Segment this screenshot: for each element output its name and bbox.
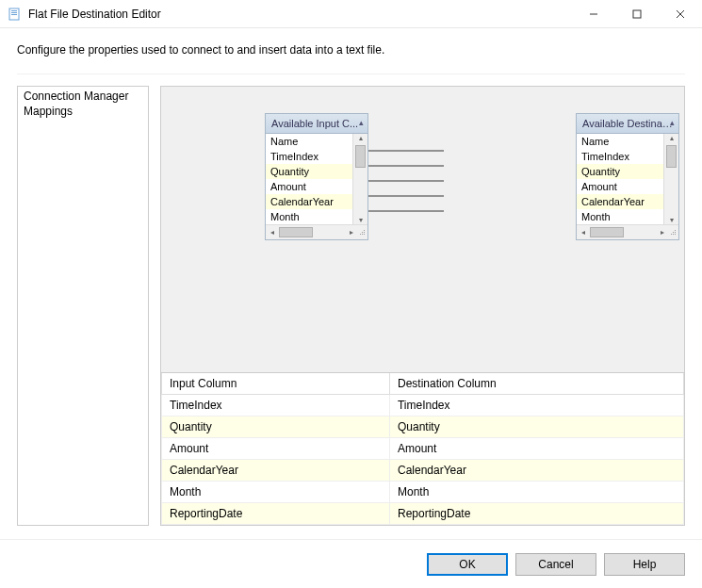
- mapping-table[interactable]: Input Column Destination Column TimeInde…: [161, 373, 684, 525]
- table-row[interactable]: TimeIndexTimeIndex: [162, 395, 684, 416]
- cell-destination-column[interactable]: ReportingDate: [389, 503, 683, 525]
- list-item[interactable]: CalendarYear: [266, 194, 352, 209]
- list-item[interactable]: Name: [266, 134, 352, 149]
- table-row[interactable]: ReportingDateReportingDate: [162, 503, 684, 525]
- svg-rect-20: [364, 232, 365, 233]
- cell-input-column[interactable]: Amount: [162, 438, 390, 460]
- cell-input-column[interactable]: Quantity: [162, 416, 390, 438]
- svg-rect-22: [362, 234, 363, 235]
- svg-rect-18: [364, 230, 365, 231]
- svg-rect-19: [362, 232, 363, 233]
- list-item[interactable]: Quantity: [266, 164, 352, 179]
- cell-destination-column[interactable]: CalendarYear: [389, 460, 683, 482]
- cell-input-column[interactable]: CalendarYear: [162, 460, 390, 482]
- cell-input-column[interactable]: Month: [162, 482, 390, 503]
- mapping-table-wrap: Input Column Destination Column TimeInde…: [161, 372, 684, 525]
- available-input-columns-box[interactable]: Available Input C... NameTimeIndexQuanti…: [265, 113, 368, 240]
- horizontal-scrollbar[interactable]: ◂▸: [577, 224, 678, 239]
- table-row[interactable]: MonthMonth: [162, 482, 684, 503]
- title-bar: Flat File Destination Editor: [0, 0, 702, 28]
- column-header-input[interactable]: Input Column: [162, 373, 390, 395]
- svg-rect-28: [673, 234, 674, 235]
- close-button[interactable]: [659, 0, 702, 28]
- app-icon: [8, 7, 23, 22]
- minimize-button[interactable]: [572, 0, 615, 28]
- cell-input-column[interactable]: ReportingDate: [162, 503, 390, 525]
- table-row[interactable]: QuantityQuantity: [162, 416, 684, 438]
- list-item[interactable]: Amount: [266, 179, 352, 194]
- svg-rect-29: [675, 234, 676, 235]
- help-button[interactable]: Help: [604, 553, 685, 576]
- svg-rect-25: [673, 232, 674, 233]
- svg-rect-23: [364, 234, 365, 235]
- table-row[interactable]: AmountAmount: [162, 438, 684, 460]
- input-box-header: Available Input C...: [266, 114, 367, 134]
- resize-grip-icon[interactable]: [358, 229, 367, 237]
- list-item[interactable]: Month: [577, 209, 663, 224]
- description-text: Configure the properties used to connect…: [17, 43, 685, 57]
- vertical-scrollbar[interactable]: [352, 134, 367, 224]
- sidebar-item-mappings[interactable]: Mappings: [22, 104, 144, 119]
- table-row[interactable]: CalendarYearCalendarYear: [162, 460, 684, 482]
- vertical-scrollbar[interactable]: [663, 134, 678, 224]
- svg-rect-26: [675, 232, 676, 233]
- list-item[interactable]: TimeIndex: [577, 149, 663, 164]
- cell-input-column[interactable]: TimeIndex: [162, 395, 390, 416]
- window-title: Flat File Destination Editor: [28, 8, 161, 21]
- cell-destination-column[interactable]: Quantity: [389, 416, 683, 438]
- list-item[interactable]: Month: [266, 209, 352, 224]
- list-item[interactable]: Quantity: [577, 164, 663, 179]
- list-item[interactable]: Name: [577, 134, 663, 149]
- column-header-dest[interactable]: Destination Column: [389, 373, 683, 395]
- list-item[interactable]: CalendarYear: [577, 194, 663, 209]
- list-item[interactable]: TimeIndex: [266, 149, 352, 164]
- cell-destination-column[interactable]: TimeIndex: [389, 395, 683, 416]
- dialog-footer: OK Cancel Help: [0, 539, 702, 588]
- ok-button[interactable]: OK: [427, 553, 508, 576]
- list-item[interactable]: Amount: [577, 179, 663, 194]
- cell-destination-column[interactable]: Amount: [389, 438, 683, 460]
- svg-rect-1: [11, 10, 17, 11]
- svg-rect-27: [671, 234, 672, 235]
- cell-destination-column[interactable]: Month: [389, 482, 683, 503]
- mapping-diagram: Available Input C... NameTimeIndexQuanti…: [161, 87, 684, 372]
- svg-rect-3: [11, 14, 17, 15]
- available-destination-columns-box[interactable]: Available Destinat... NameTimeIndexQuant…: [576, 113, 679, 240]
- svg-rect-24: [675, 230, 676, 231]
- svg-rect-21: [360, 234, 361, 235]
- cancel-button[interactable]: Cancel: [515, 553, 596, 576]
- maximize-button[interactable]: [615, 0, 659, 28]
- dest-items-list[interactable]: NameTimeIndexQuantityAmountCalendarYearM…: [577, 134, 663, 224]
- dest-box-header: Available Destinat...: [577, 114, 678, 134]
- resize-grip-icon[interactable]: [669, 229, 678, 237]
- svg-rect-5: [633, 10, 641, 18]
- main-panel: Available Input C... NameTimeIndexQuanti…: [160, 86, 685, 526]
- input-items-list[interactable]: NameTimeIndexQuantityAmountCalendarYearM…: [266, 134, 352, 224]
- svg-rect-2: [11, 12, 17, 13]
- nav-sidebar: Connection Manager Mappings: [17, 86, 149, 526]
- sidebar-item-connection-manager[interactable]: Connection Manager: [22, 89, 144, 104]
- horizontal-scrollbar[interactable]: ◂▸: [266, 224, 367, 239]
